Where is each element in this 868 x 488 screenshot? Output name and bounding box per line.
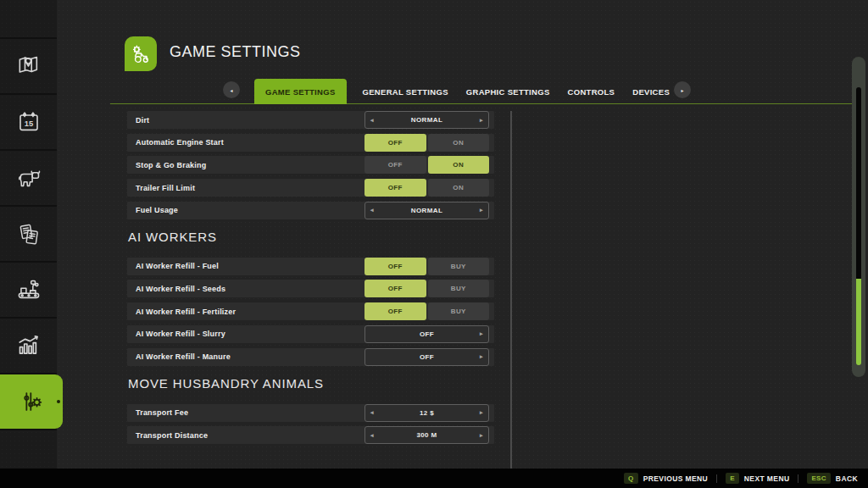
sidebar-item-settings[interactable] <box>0 374 63 430</box>
toggle-control: OFFBUY <box>364 280 489 297</box>
scroll-gauge-indicator <box>856 87 861 365</box>
setting-label: AI Worker Refill - Slurry <box>136 330 225 338</box>
toggle-option-off[interactable]: OFF <box>364 156 426 174</box>
hint-separator <box>716 474 717 483</box>
setting-label: AI Worker Refill - Seeds <box>136 285 225 293</box>
setting-label: Automatic Engine Start <box>136 138 224 147</box>
map-icon <box>15 53 42 80</box>
selector-control: ◂300 M▸ <box>364 426 489 444</box>
toggle-option-off[interactable]: OFF <box>364 302 426 320</box>
selector-right-arrow-icon[interactable]: ▸ <box>480 116 483 123</box>
selector-right-arrow-icon[interactable]: ▸ <box>480 330 483 337</box>
sidebar-item-production[interactable] <box>0 263 57 318</box>
selector-control: ◂NORMAL▸ <box>364 202 489 219</box>
selector-left-arrow-icon[interactable]: ◂ <box>370 409 374 416</box>
contracts-icon <box>15 220 42 247</box>
settings-row: Fuel Usage◂NORMAL▸ <box>127 202 494 219</box>
hint-label: NEXT MENU <box>744 474 790 483</box>
tabs-prev-button[interactable]: ◂ <box>223 81 240 98</box>
toggle-option-off[interactable]: OFF <box>364 258 426 275</box>
tab-game-settings[interactable]: GAME SETTINGS <box>254 79 347 104</box>
selector-value: 12 $ <box>420 409 434 417</box>
chevron-left-icon: ◂ <box>230 87 232 93</box>
selector-left-arrow-icon[interactable]: ◂ <box>370 207 374 214</box>
setting-label: Transport Fee <box>136 408 188 417</box>
tabs-next-button[interactable]: ▸ <box>674 81 691 98</box>
value-selector[interactable]: OFF▸ <box>364 325 489 343</box>
setting-label: Fuel Usage <box>136 206 178 214</box>
selector-value: OFF <box>420 353 434 361</box>
toggle-option-off[interactable]: OFF <box>364 280 426 297</box>
toggle-control: OFFON <box>364 156 489 174</box>
toggle-option-buy[interactable]: BUY <box>428 302 490 320</box>
sidebar-filler <box>0 430 57 469</box>
settings-scrollbar[interactable] <box>510 111 512 469</box>
tab-devices[interactable]: DEVICES <box>631 79 671 104</box>
toggle-option-buy[interactable]: BUY <box>428 280 490 297</box>
toggle-option-buy[interactable]: BUY <box>428 258 490 275</box>
tab-general-settings[interactable]: GENERAL SETTINGS <box>361 79 450 104</box>
settings-row: Transport Distance◂300 M▸ <box>127 426 494 444</box>
selector-left-arrow-icon[interactable]: ◂ <box>370 116 374 123</box>
key-hint-previous-menu: QPREVIOUS MENU <box>624 473 708 484</box>
selector-control: ◂NORMAL▸ <box>364 111 489 129</box>
sidebar-item-contracts[interactable] <box>0 207 57 262</box>
selector-control: OFF▸ <box>364 325 489 343</box>
section-header: MOVE HUSBANDRY ANIMALS <box>128 376 494 391</box>
sidebar-item-map[interactable] <box>0 39 57 94</box>
toggle-control: OFFBUY <box>364 258 489 275</box>
tab-controls[interactable]: CONTROLS <box>566 79 617 104</box>
hint-separator <box>798 474 798 483</box>
selector-right-arrow-icon[interactable]: ▸ <box>480 353 483 360</box>
settings-row: AI Worker Refill - FuelOFFBUY <box>127 258 494 275</box>
settings-row: AI Worker Refill - SeedsOFFBUY <box>127 280 494 297</box>
sidebar-spacer <box>0 0 57 37</box>
sidebar-item-calendar[interactable]: 15 <box>0 95 57 150</box>
toggle-option-on[interactable]: ON <box>428 179 490 197</box>
gear-tractor-icon <box>129 42 153 66</box>
svg-text:15: 15 <box>24 119 32 128</box>
settings-row: AI Worker Refill - SlurryOFF▸ <box>127 325 494 343</box>
setting-label: Stop & Go Braking <box>136 161 206 169</box>
toggle-control: OFFON <box>364 134 489 152</box>
value-selector[interactable]: ◂NORMAL▸ <box>364 202 489 219</box>
production-icon <box>14 275 43 304</box>
setting-label: AI Worker Refill - Manure <box>136 352 231 361</box>
settings-row: Automatic Engine StartOFFON <box>127 134 494 152</box>
settings-row: Stop & Go BrakingOFFON <box>127 156 494 174</box>
selector-value: NORMAL <box>411 207 443 214</box>
setting-label: AI Worker Refill - Fuel <box>136 262 219 270</box>
settings-row: Trailer Fill LimitOFFON <box>127 179 494 197</box>
selector-right-arrow-icon[interactable]: ▸ <box>480 409 483 416</box>
tab-graphic-settings[interactable]: GRAPHIC SETTINGS <box>465 79 552 104</box>
setting-label: AI Worker Refill - Fertilizer <box>136 308 236 316</box>
key-badge: ESC <box>807 473 830 484</box>
sidebar-item-animals[interactable] <box>0 151 57 206</box>
value-selector[interactable]: ◂NORMAL▸ <box>364 111 489 129</box>
value-selector[interactable]: ◂300 M▸ <box>364 426 489 444</box>
hint-label: BACK <box>836 474 858 483</box>
value-selector[interactable]: OFF▸ <box>364 348 489 366</box>
setting-label: Dirt <box>136 116 149 125</box>
settings-row: AI Worker Refill - ManureOFF▸ <box>127 348 494 366</box>
footer-bar: QPREVIOUS MENUENEXT MENUESCBACK <box>0 469 868 488</box>
key-hint-back: ESCBACK <box>807 473 858 484</box>
sidebar-item-statistics[interactable] <box>0 319 57 374</box>
selector-value: OFF <box>420 330 434 338</box>
toggle-option-off[interactable]: OFF <box>364 134 426 152</box>
selector-left-arrow-icon[interactable]: ◂ <box>370 431 374 438</box>
toggle-option-on[interactable]: ON <box>428 156 490 174</box>
toggle-control: OFFON <box>364 179 489 197</box>
value-selector[interactable]: ◂12 $▸ <box>364 404 489 422</box>
tab-bar: GAME SETTINGSGENERAL SETTINGSGRAPHIC SET… <box>254 79 671 104</box>
sidebar-items: 15 <box>0 39 57 430</box>
settings-row: AI Worker Refill - FertilizerOFFBUY <box>127 302 494 320</box>
setting-label: Trailer Fill Limit <box>136 184 195 192</box>
statistics-icon <box>14 331 43 360</box>
selector-right-arrow-icon[interactable]: ▸ <box>480 207 483 214</box>
selector-right-arrow-icon[interactable]: ▸ <box>480 431 483 438</box>
toggle-option-on[interactable]: ON <box>428 134 490 152</box>
animals-icon <box>14 164 43 192</box>
sidebar: 15 <box>0 0 57 469</box>
toggle-option-off[interactable]: OFF <box>364 179 426 197</box>
